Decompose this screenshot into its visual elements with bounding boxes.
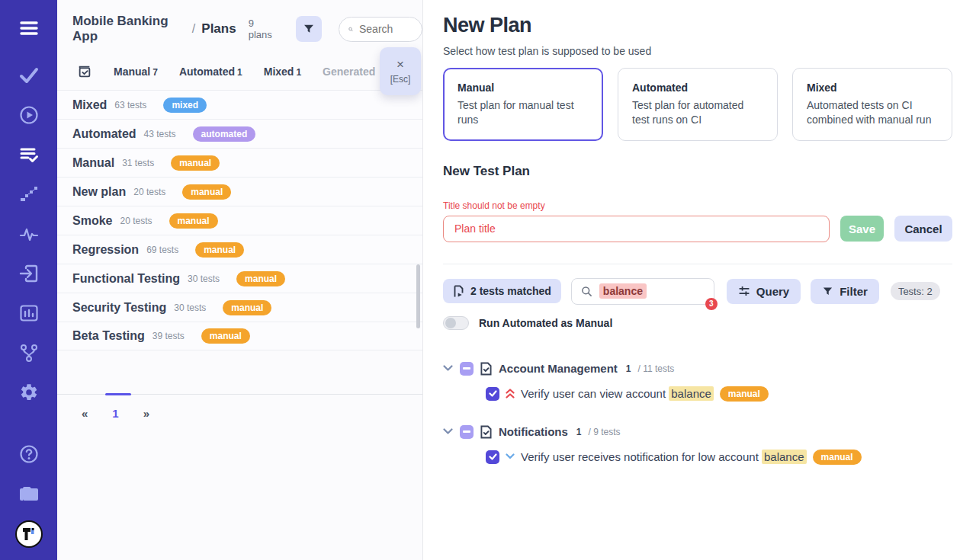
page-subtitle: Select how test plan is supposed to be u…	[443, 45, 952, 57]
plan-test-count: 30 tests	[174, 302, 206, 313]
search-icon	[348, 24, 353, 35]
plan-title: Regression	[72, 243, 139, 257]
test-type-badge: manual	[720, 386, 769, 402]
pagination-next-button[interactable]: »	[143, 407, 149, 420]
projects-folder-icon[interactable]	[18, 482, 40, 504]
card-description: Test plan for automated test runs on CI	[632, 98, 763, 127]
plans-search-input[interactable]	[359, 23, 413, 35]
plans-list-check-icon[interactable]	[18, 143, 40, 166]
analytics-bar-chart-icon[interactable]	[18, 302, 40, 325]
pulse-icon[interactable]	[18, 222, 40, 245]
help-icon[interactable]	[18, 443, 40, 466]
plan-type-badge: manual	[169, 213, 218, 229]
plan-row-regression[interactable]: Regression 69 tests manual	[57, 235, 422, 264]
tests-matched-button[interactable]: 2 tests matched	[443, 279, 561, 303]
new-plan-panel: New Plan Select how test plan is suppose…	[423, 0, 976, 560]
query-button[interactable]: Query	[727, 279, 801, 304]
test-row: Verify user receives notification for lo…	[486, 450, 952, 465]
cancel-button[interactable]: Cancel	[894, 216, 952, 242]
search-highlight: balance	[669, 386, 714, 401]
sidebar-nav	[18, 64, 40, 404]
plan-title: Security Testing	[72, 301, 166, 315]
suite-name[interactable]: Account Management	[499, 362, 618, 375]
title-form-row: Save Cancel	[443, 216, 952, 242]
filter-tests-button[interactable]: Filter	[811, 279, 879, 304]
import-sign-in-icon[interactable]	[18, 262, 40, 285]
filter-label: Filter	[840, 285, 868, 298]
run-automated-toggle-row: Run Automated as Manual	[443, 316, 952, 330]
plans-search-box[interactable]	[339, 17, 422, 42]
plan-list: Mixed 63 tests mixed Automated 43 tests …	[57, 90, 422, 350]
filter-button[interactable]	[296, 16, 322, 42]
plan-row-manual[interactable]: Manual 31 tests manual	[57, 148, 422, 177]
escape-close-button[interactable]: × [Esc]	[380, 47, 421, 95]
branch-icon[interactable]	[18, 341, 40, 364]
search-highlight: balance	[762, 450, 807, 464]
suite-selected-count: 1	[576, 427, 582, 437]
suite-checkbox-indeterminate[interactable]	[460, 362, 474, 376]
plan-row-new-plan[interactable]: New plan 20 tests manual	[57, 177, 422, 206]
priority-low-icon	[506, 453, 515, 460]
plan-title: New plan	[72, 185, 126, 199]
plan-row-beta-testing[interactable]: Beta Testing 39 tests manual	[57, 322, 422, 350]
plan-row-automated[interactable]: Automated 43 tests automated	[57, 119, 422, 148]
settings-gear-icon[interactable]	[18, 381, 40, 404]
funnel-icon	[822, 286, 833, 297]
plan-type-card-manual[interactable]: Manual Test plan for manual test runs	[443, 68, 603, 141]
suite-checkbox-indeterminate[interactable]	[460, 425, 474, 439]
pagination-active-indicator	[105, 393, 131, 395]
tests-check-icon[interactable]	[18, 64, 40, 87]
plan-title-input[interactable]	[443, 216, 830, 242]
plan-test-count: 63 tests	[114, 100, 146, 110]
plan-type-badge: manual	[201, 328, 250, 344]
plan-row-smoke[interactable]: Smoke 20 tests manual	[57, 206, 422, 235]
plan-type-tabs: Manual7 Automated1 Mixed1 Generated	[57, 53, 422, 90]
test-search-box[interactable]: balance 3	[571, 278, 714, 305]
plan-type-card-automated[interactable]: Automated Test plan for automated test r…	[618, 68, 778, 141]
plan-title: Smoke	[72, 214, 112, 228]
plan-type-badge: mixed	[163, 98, 207, 113]
funnel-icon	[303, 23, 315, 35]
suite-total-count: / 11 tests	[638, 363, 675, 374]
tab-automated[interactable]: Automated1	[179, 66, 242, 78]
menu-icon[interactable]	[18, 17, 40, 40]
app-logo[interactable]	[15, 520, 43, 548]
plan-row-mixed[interactable]: Mixed 63 tests mixed	[57, 90, 422, 119]
plan-test-count: 30 tests	[188, 274, 220, 284]
runs-play-icon[interactable]	[18, 104, 40, 126]
select-all-icon[interactable]	[77, 64, 92, 79]
tests-count-pill: Tests: 2	[891, 282, 940, 300]
test-checkbox-checked[interactable]	[486, 450, 499, 464]
pagination-prev-button[interactable]: «	[82, 407, 88, 420]
suite-selected-count: 1	[626, 363, 631, 374]
test-checkbox-checked[interactable]	[486, 387, 499, 401]
tab-mixed[interactable]: Mixed1	[264, 66, 301, 78]
suite-total-count: / 9 tests	[589, 427, 621, 437]
plan-row-security-testing[interactable]: Security Testing 30 tests manual	[57, 293, 422, 322]
plan-type-cards: Manual Test plan for manual test runs Au…	[443, 68, 952, 141]
tests-matched-label: 2 tests matched	[470, 285, 551, 297]
plan-test-count: 31 tests	[122, 158, 154, 168]
tab-manual[interactable]: Manual7	[114, 66, 158, 78]
pagination-page-1[interactable]: 1	[112, 407, 118, 420]
tab-generated[interactable]: Generated	[323, 66, 375, 78]
scrollbar-thumb[interactable]	[416, 264, 420, 328]
save-button[interactable]: Save	[840, 216, 884, 242]
plan-row-functional-testing[interactable]: Functional Testing 30 tests manual	[57, 264, 422, 293]
suite-name[interactable]: Notifications	[499, 425, 568, 438]
plan-type-badge: manual	[223, 300, 271, 315]
plan-type-badge: manual	[182, 184, 231, 200]
steps-stairs-icon[interactable]	[18, 183, 40, 206]
chevron-down-icon[interactable]	[443, 428, 453, 435]
plan-test-count: 20 tests	[120, 216, 152, 226]
chevron-down-icon[interactable]	[443, 365, 453, 372]
close-icon: ×	[396, 58, 404, 71]
run-automated-toggle[interactable]	[443, 316, 469, 330]
test-title[interactable]: Verify user receives notification for lo…	[521, 450, 807, 463]
card-description: Test plan for manual test runs	[458, 98, 589, 127]
breadcrumb-project[interactable]: Mobile Banking App	[72, 14, 186, 44]
search-term: balance	[599, 283, 647, 299]
test-row: Verify user can view account balance man…	[486, 386, 952, 402]
plan-type-card-mixed[interactable]: Mixed Automated tests on CI combined wit…	[792, 68, 952, 141]
test-title[interactable]: Verify user can view account balance	[521, 387, 714, 400]
